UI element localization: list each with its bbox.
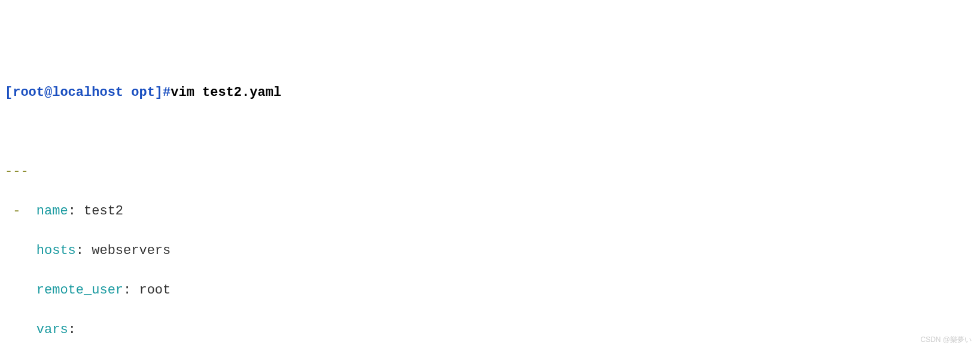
- prompt-hash: #: [163, 85, 171, 100]
- key-remote-user: remote_user: [36, 283, 123, 298]
- yaml-doc-start[interactable]: ---: [5, 162, 975, 181]
- yaml-play-remote-user[interactable]: remote_user: root: [5, 280, 975, 300]
- watermark-text: CSDN @樂夢い: [920, 334, 972, 345]
- yaml-play-name[interactable]: - name: test2: [5, 201, 975, 221]
- yaml-doc-start-text: ---: [5, 164, 29, 179]
- shell-prompt-line: [root@localhost opt]#vim test2.yaml: [5, 83, 975, 102]
- val-hosts: webservers: [92, 243, 171, 258]
- yaml-play-hosts[interactable]: hosts: webservers: [5, 241, 975, 261]
- blank-line: [5, 122, 975, 142]
- val-remote-user: root: [139, 283, 171, 298]
- key-name: name: [36, 204, 68, 219]
- yaml-vars-key[interactable]: vars:: [5, 320, 975, 340]
- key-vars: vars: [36, 322, 68, 337]
- val-name: test2: [84, 204, 123, 219]
- prompt-user-host: [root@localhost opt]: [5, 85, 163, 100]
- key-hosts: hosts: [36, 243, 76, 258]
- dash: -: [13, 204, 20, 219]
- shell-command: vim test2.yaml: [171, 85, 281, 100]
